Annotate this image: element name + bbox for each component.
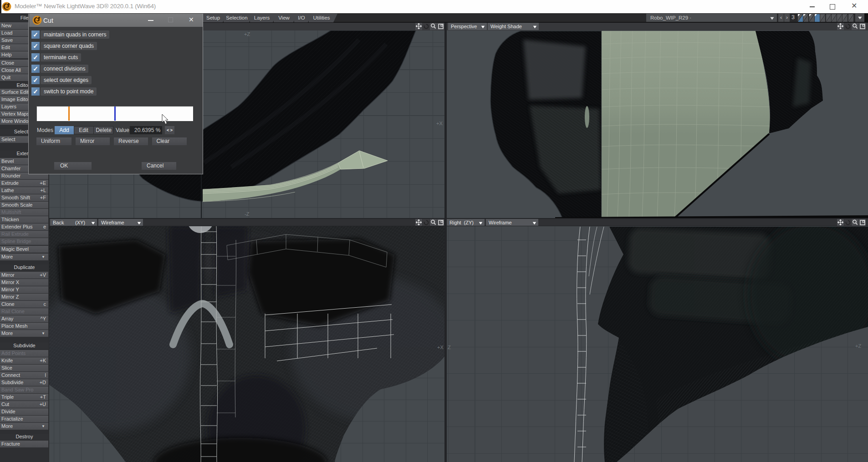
svg-text:+Z: +Z xyxy=(855,343,861,349)
svg-text:+Z: +Z xyxy=(244,31,250,37)
svg-text:+X: +X xyxy=(436,121,443,126)
svg-text:+X: +X xyxy=(437,345,444,350)
svg-text:-Z: -Z xyxy=(245,211,250,217)
svg-text:Z: Z xyxy=(448,345,451,350)
